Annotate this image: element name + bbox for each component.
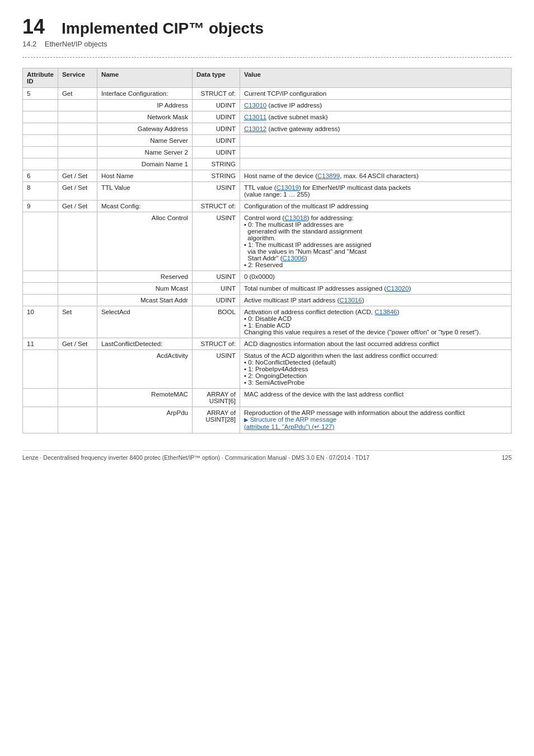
table-row: Name Server UDINT <box>23 135 512 147</box>
link-c13020[interactable]: C13020 <box>386 285 409 292</box>
table-row: Network Mask UDINT C13011 (active subnet… <box>23 111 512 123</box>
table-row: IP Address UDINT C13010 (active IP addre… <box>23 100 512 111</box>
name-5: Interface Configuration: <box>97 88 192 100</box>
link-attribute11-arppdu[interactable]: (attribute 11, "ArpPdu") (↵ 127) <box>244 423 334 430</box>
table-row: Num Mcast UINT Total number of multicast… <box>23 283 512 295</box>
col-name: Name <box>97 68 192 88</box>
link-c13006[interactable]: C13006 <box>283 255 305 262</box>
subchapter: 14.2 EtherNet/IP objects <box>22 40 512 48</box>
table-row: 6 Get / Set Host Name STRING Host name o… <box>23 170 512 182</box>
table-row: 8 Get / Set TTL Value USINT TTL value (C… <box>23 182 512 200</box>
table-row: Mcast Start Addr UDINT Active multicast … <box>23 295 512 306</box>
link-structure-arp[interactable]: Structure of the ARP message <box>244 416 336 423</box>
chapter-title: Implemented CIP™ objects <box>62 20 264 38</box>
attr-id-5: 5 <box>23 88 58 100</box>
table-row: Reserved USINT 0 (0x0000) <box>23 271 512 283</box>
table-row: 10 Set SelectAcd BOOL Activation of addr… <box>23 306 512 338</box>
divider <box>22 57 512 58</box>
link-c13010[interactable]: C13010 <box>244 102 266 109</box>
table-row: RemoteMAC ARRAY ofUSINT[6] MAC address o… <box>23 389 512 407</box>
col-service: Service <box>58 68 97 88</box>
table-row: Name Server 2 UDINT <box>23 147 512 158</box>
col-attr-id: AttributeID <box>23 68 58 88</box>
table-row: Domain Name 1 STRING <box>23 158 512 170</box>
table-row: Gateway Address UDINT C13012 (active gat… <box>23 123 512 135</box>
chapter-number: 14 <box>22 17 45 37</box>
table-row: 11 Get / Set LastConflictDetected: STRUC… <box>23 338 512 350</box>
table-row: Alloc Control USINT Control word (C13018… <box>23 212 512 271</box>
page-header: 14 Implemented CIP™ objects <box>22 17 512 38</box>
link-c13846[interactable]: C13846 <box>374 309 397 315</box>
link-c13012[interactable]: C13012 <box>244 125 266 132</box>
link-c13018[interactable]: C13018 <box>284 214 307 221</box>
col-datatype: Data type <box>192 68 240 88</box>
link-c13019[interactable]: C13019 <box>277 184 299 191</box>
datatype-5: STRUCT of: <box>192 88 240 100</box>
link-c13899[interactable]: C13899 <box>317 172 340 179</box>
page-number: 125 <box>502 454 512 461</box>
table-row: 5 Get Interface Configuration: STRUCT of… <box>23 88 512 100</box>
table-row: ArpPdu ARRAY ofUSINT[28] Reproduction of… <box>23 407 512 433</box>
link-c13011[interactable]: C13011 <box>244 114 266 120</box>
link-c13016[interactable]: C13016 <box>339 297 362 304</box>
cip-objects-table: AttributeID Service Name Data type Value… <box>22 68 512 433</box>
col-value: Value <box>240 68 511 88</box>
table-row: 9 Get / Set Mcast Config: STRUCT of: Con… <box>23 200 512 212</box>
service-5: Get <box>58 88 97 100</box>
footer-text: Lenze · Decentralised frequency inverter… <box>22 454 369 461</box>
value-5: Current TCP/IP configuration <box>240 88 511 100</box>
table-row: AcdActivity USINT Status of the ACD algo… <box>23 350 512 389</box>
page-footer: Lenze · Decentralised frequency inverter… <box>22 450 512 461</box>
